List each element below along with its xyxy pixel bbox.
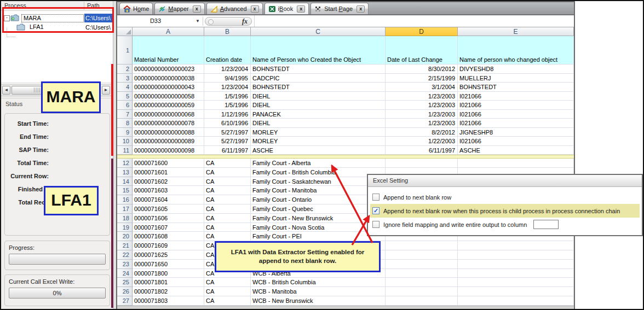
grid-cell[interactable]: 0000071606 bbox=[133, 214, 204, 223]
grid-cell[interactable]: I021066 bbox=[458, 110, 574, 119]
tab-close-button[interactable]: x bbox=[297, 5, 305, 13]
grid-cell[interactable]: ASCHE bbox=[251, 146, 386, 155]
column-header-B[interactable]: B bbox=[204, 27, 251, 36]
grid-cell[interactable]: CA bbox=[204, 204, 251, 214]
row-header[interactable]: 20 bbox=[117, 232, 133, 241]
tree-row-mara[interactable]: - MARA C:\Users\ bbox=[1, 14, 115, 23]
grid-cell[interactable]: 000000000000000098 bbox=[133, 146, 204, 155]
grid-cell[interactable] bbox=[386, 241, 458, 250]
grid-cell[interactable]: DIEHL bbox=[251, 119, 386, 128]
grid-cell[interactable]: MUELLERJ bbox=[458, 74, 574, 83]
row-header[interactable]: 8 bbox=[117, 119, 133, 128]
grid-cell[interactable]: 6/10/1996 bbox=[204, 119, 251, 128]
name-box-dropdown-icon[interactable]: ▼ bbox=[194, 15, 202, 27]
row-header[interactable]: 21 bbox=[117, 241, 133, 250]
grid-cell[interactable]: 000000000000000078 bbox=[133, 119, 204, 128]
grid-cell[interactable]: Family Court - Nova Scotia bbox=[251, 223, 386, 232]
grid-cell[interactable]: CA bbox=[204, 287, 251, 296]
row-header[interactable]: 10 bbox=[117, 137, 133, 146]
row-header[interactable]: 18 bbox=[117, 214, 133, 223]
column-header-A[interactable]: A bbox=[133, 27, 204, 36]
grid-cell[interactable]: 000000000000000089 bbox=[133, 137, 204, 146]
grid-cell[interactable]: 6/11/1997 bbox=[204, 146, 251, 155]
grid-cell[interactable]: CA bbox=[204, 177, 251, 186]
grid-cell[interactable]: CA bbox=[204, 296, 251, 306]
grid-cell[interactable] bbox=[458, 241, 574, 250]
grid-cell[interactable]: CA bbox=[204, 278, 251, 287]
grid-cell[interactable]: 0000071605 bbox=[133, 204, 204, 214]
grid-cell[interactable]: DIVYESHD8 bbox=[458, 65, 574, 74]
grid-cell[interactable]: 000000000000000043 bbox=[133, 83, 204, 92]
select-all-corner[interactable] bbox=[117, 27, 133, 36]
name-box[interactable]: D33 bbox=[117, 15, 194, 27]
grid-cell[interactable]: Family Court - British Columbia bbox=[251, 168, 386, 177]
row-header[interactable]: 3 bbox=[117, 74, 133, 83]
grid-cell[interactable]: WCB - Manitoba bbox=[251, 287, 386, 296]
grid-cell[interactable]: BOHNSTEDT bbox=[251, 83, 386, 92]
grid-cell[interactable]: 0000071650 bbox=[133, 260, 204, 269]
grid-cell[interactable]: 0000071803 bbox=[133, 296, 204, 306]
row-header[interactable]: 24 bbox=[117, 269, 133, 278]
grid-cell[interactable] bbox=[386, 269, 458, 278]
row-header[interactable]: 26 bbox=[117, 287, 133, 296]
tab-startpage[interactable]: Start Pagex bbox=[311, 3, 369, 14]
grid-cell[interactable]: 0000071603 bbox=[133, 186, 204, 195]
grid-cell[interactable]: Material Number bbox=[133, 36, 204, 65]
grid-cell[interactable]: 2/15/1999 bbox=[386, 74, 458, 83]
scroll-left-button[interactable]: ◄ bbox=[2, 86, 10, 95]
column-header-C[interactable]: C bbox=[251, 27, 386, 36]
checkbox-unchecked[interactable] bbox=[372, 194, 380, 201]
grid-cell[interactable]: 1/12/1996 bbox=[204, 110, 251, 119]
tree-path-mara[interactable]: C:\Users\ bbox=[84, 14, 115, 22]
grid-cell[interactable]: CA bbox=[204, 159, 251, 168]
grid-cell[interactable] bbox=[386, 260, 458, 269]
tree-path-lfa1[interactable]: C:\Users\ bbox=[84, 23, 115, 32]
grid-cell[interactable]: Family Court - Manitoba bbox=[251, 186, 386, 195]
grid-cell[interactable] bbox=[458, 287, 574, 296]
grid-cell[interactable] bbox=[386, 159, 458, 168]
grid-cell[interactable]: 1/23/2003 bbox=[386, 110, 458, 119]
grid-cell[interactable]: 5/27/1997 bbox=[204, 128, 251, 137]
grid-cell[interactable]: 9/4/1995 bbox=[204, 74, 251, 83]
tab-ibook[interactable]: iBookx bbox=[264, 3, 309, 14]
grid-cell[interactable]: CA bbox=[204, 168, 251, 177]
grid-cell[interactable]: 1/23/2004 bbox=[204, 83, 251, 92]
row-header[interactable]: 14 bbox=[117, 177, 133, 186]
grid-cell[interactable]: DIEHL bbox=[251, 92, 386, 101]
row-header[interactable]: 13 bbox=[117, 168, 133, 177]
row-header[interactable]: 5 bbox=[117, 92, 133, 101]
insert-function-control[interactable]: fx bbox=[205, 17, 252, 26]
grid-cell[interactable]: 0000071800 bbox=[133, 269, 204, 278]
grid-cell[interactable]: 0000071608 bbox=[133, 232, 204, 241]
grid-cell[interactable]: Family Court - Alberta bbox=[251, 159, 386, 168]
grid-cell[interactable]: I021066 bbox=[458, 101, 574, 110]
checkbox-label[interactable]: Append to next blank row bbox=[383, 194, 451, 201]
grid-cell[interactable]: CA bbox=[204, 186, 251, 195]
grid-cell[interactable]: Family Court - New Brunswick bbox=[251, 214, 386, 223]
grid-cell[interactable]: CA bbox=[204, 223, 251, 232]
grid-cell[interactable]: I021066 bbox=[458, 92, 574, 101]
tree-node-mara[interactable]: MARA bbox=[21, 14, 84, 22]
grid-cell[interactable]: DIEHL bbox=[251, 101, 386, 110]
row-header[interactable]: 9 bbox=[117, 128, 133, 137]
row-header[interactable]: 22 bbox=[117, 250, 133, 260]
grid-cell[interactable]: Name of person who changed object bbox=[458, 36, 574, 65]
checkbox-unchecked[interactable] bbox=[372, 221, 380, 228]
grid-cell[interactable] bbox=[458, 269, 574, 278]
grid-cell[interactable]: Family Court - Quebec bbox=[251, 204, 386, 214]
grid-cell[interactable]: 6/11/1997 bbox=[386, 146, 458, 155]
tab-close-button[interactable]: x bbox=[193, 5, 201, 13]
grid-cell[interactable]: 1/23/2003 bbox=[386, 92, 458, 101]
tab-mapper[interactable]: Mapperx bbox=[154, 3, 204, 14]
column-header-E[interactable]: E bbox=[458, 27, 574, 36]
tree-row-lfa1[interactable]: LFA1 C:\Users\ bbox=[1, 23, 115, 32]
grid-cell[interactable]: CA bbox=[204, 195, 251, 204]
grid-cell[interactable]: MORLEY bbox=[251, 128, 386, 137]
grid-cell[interactable]: 1/23/2003 bbox=[386, 119, 458, 128]
column-header-D[interactable]: D bbox=[386, 27, 458, 36]
grid-cell[interactable] bbox=[386, 296, 458, 306]
grid-cell[interactable]: 8/2/2012 bbox=[386, 128, 458, 137]
tab-close-button[interactable]: x bbox=[251, 5, 259, 13]
grid-cell[interactable]: 000000000000000023 bbox=[133, 65, 204, 74]
grid-cell[interactable] bbox=[386, 250, 458, 260]
